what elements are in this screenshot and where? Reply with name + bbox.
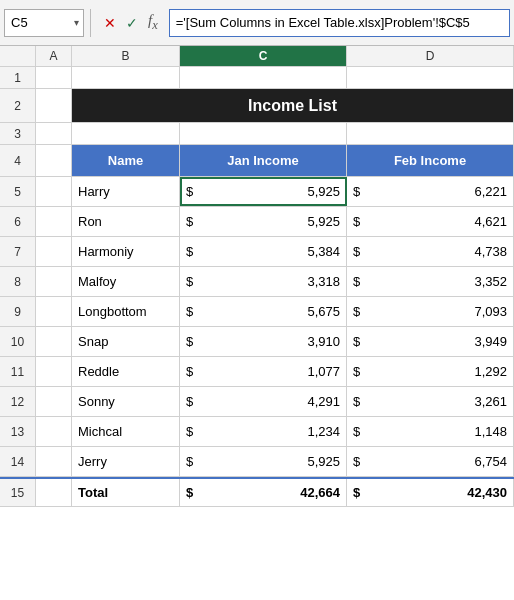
header-name-text: Name — [108, 153, 143, 168]
table-row: 12 Sonny $4,291 $3,261 — [0, 387, 514, 417]
cell-c5[interactable]: $5,925 — [180, 177, 347, 206]
cell-c6[interactable]: $5,925 — [180, 207, 347, 236]
table-row: 5 Harry $5,925 $6,221 — [0, 177, 514, 207]
cell-a8[interactable] — [36, 267, 72, 296]
cell-b7[interactable]: Harmoniy — [72, 237, 180, 266]
cell-a10[interactable] — [36, 327, 72, 356]
cell-a6[interactable] — [36, 207, 72, 236]
cell-b13[interactable]: Michcal — [72, 417, 180, 446]
col-header-a[interactable]: A — [36, 46, 72, 66]
cell-d9[interactable]: $7,093 — [347, 297, 514, 326]
header-feb-text: Feb Income — [394, 153, 466, 168]
cell-c8[interactable]: $3,318 — [180, 267, 347, 296]
cell-d1[interactable] — [347, 67, 514, 88]
cell-a7[interactable] — [36, 237, 72, 266]
header-feb-income[interactable]: Feb Income — [347, 145, 514, 176]
formula-icons-group: ✕ ✓ fx — [97, 10, 165, 35]
cell-b15-total[interactable]: Total — [72, 479, 180, 506]
row-number: 12 — [0, 387, 36, 416]
cell-b10[interactable]: Snap — [72, 327, 180, 356]
column-headers-row: A B C D — [0, 46, 514, 67]
cell-b9[interactable]: Longbottom — [72, 297, 180, 326]
table-row: 11 Reddle $1,077 $1,292 — [0, 357, 514, 387]
cell-c1[interactable] — [180, 67, 347, 88]
cell-c12[interactable]: $4,291 — [180, 387, 347, 416]
row-number: 2 — [0, 89, 36, 122]
cell-d12[interactable]: $3,261 — [347, 387, 514, 416]
cell-reference: C5 — [11, 15, 28, 30]
cell-a9[interactable] — [36, 297, 72, 326]
cell-a13[interactable] — [36, 417, 72, 446]
cell-c14[interactable]: $5,925 — [180, 447, 347, 476]
cell-a3[interactable] — [36, 123, 72, 144]
cell-c10[interactable]: $3,910 — [180, 327, 347, 356]
formula-bar: C5 ▾ ✕ ✓ fx ='[Sum Columns in Excel Tabl… — [0, 0, 514, 46]
cell-a12[interactable] — [36, 387, 72, 416]
cell-a2[interactable] — [36, 89, 72, 122]
row-number: 10 — [0, 327, 36, 356]
table-row: 2 Income List — [0, 89, 514, 123]
cell-c9[interactable]: $5,675 — [180, 297, 347, 326]
cell-c13[interactable]: $1,234 — [180, 417, 347, 446]
cell-d15-total[interactable]: $42,430 — [347, 479, 514, 506]
table-row: 8 Malfoy $3,318 $3,352 — [0, 267, 514, 297]
cell-a1[interactable] — [36, 67, 72, 88]
row-number: 11 — [0, 357, 36, 386]
cell-b1[interactable] — [72, 67, 180, 88]
cell-d3[interactable] — [347, 123, 514, 144]
name-box[interactable]: C5 ▾ — [4, 9, 84, 37]
row-number: 6 — [0, 207, 36, 236]
cell-d7[interactable]: $4,738 — [347, 237, 514, 266]
row-number: 1 — [0, 67, 36, 88]
col-header-c[interactable]: C — [180, 46, 347, 66]
title-text: Income List — [248, 97, 337, 115]
row-number: 5 — [0, 177, 36, 206]
cell-b5[interactable]: Harry — [72, 177, 180, 206]
insert-function-icon[interactable]: fx — [145, 10, 161, 35]
cell-d13[interactable]: $1,148 — [347, 417, 514, 446]
corner-header — [0, 46, 36, 66]
cell-d5[interactable]: $6,221 — [347, 177, 514, 206]
cell-a4[interactable] — [36, 145, 72, 176]
cell-c11[interactable]: $1,077 — [180, 357, 347, 386]
cell-b11[interactable]: Reddle — [72, 357, 180, 386]
row-number: 3 — [0, 123, 36, 144]
row-number: 8 — [0, 267, 36, 296]
formula-bar-divider — [90, 9, 91, 37]
spreadsheet: A B C D 1 2 Income List 3 — [0, 46, 514, 600]
table-row: 10 Snap $3,910 $3,949 — [0, 327, 514, 357]
cell-d8[interactable]: $3,352 — [347, 267, 514, 296]
cell-c15-total[interactable]: $42,664 — [180, 479, 347, 506]
cell-a11[interactable] — [36, 357, 72, 386]
cell-d6[interactable]: $4,621 — [347, 207, 514, 236]
col-header-d[interactable]: D — [347, 46, 514, 66]
header-jan-income[interactable]: Jan Income — [180, 145, 347, 176]
confirm-formula-icon[interactable]: ✓ — [123, 13, 141, 33]
cell-c7[interactable]: $5,384 — [180, 237, 347, 266]
cell-b12[interactable]: Sonny — [72, 387, 180, 416]
cell-b8[interactable]: Malfoy — [72, 267, 180, 296]
header-name[interactable]: Name — [72, 145, 180, 176]
table-row: 1 — [0, 67, 514, 89]
cell-a14[interactable] — [36, 447, 72, 476]
formula-input[interactable]: ='[Sum Columns in Excel Table.xlsx]Probl… — [169, 9, 510, 37]
table-row: 6 Ron $5,925 $4,621 — [0, 207, 514, 237]
cell-d11[interactable]: $1,292 — [347, 357, 514, 386]
table-row: 7 Harmoniy $5,384 $4,738 — [0, 237, 514, 267]
cell-d14[interactable]: $6,754 — [347, 447, 514, 476]
header-jan-text: Jan Income — [227, 153, 299, 168]
row-number: 14 — [0, 447, 36, 476]
name-box-dropdown-icon: ▾ — [74, 17, 79, 28]
cell-a15[interactable] — [36, 479, 72, 506]
col-header-b[interactable]: B — [72, 46, 180, 66]
cell-d10[interactable]: $3,949 — [347, 327, 514, 356]
cell-a5[interactable] — [36, 177, 72, 206]
table-row: 3 — [0, 123, 514, 145]
cell-b14[interactable]: Jerry — [72, 447, 180, 476]
cancel-formula-icon[interactable]: ✕ — [101, 13, 119, 33]
cell-c3[interactable] — [180, 123, 347, 144]
cell-b6[interactable]: Ron — [72, 207, 180, 236]
total-row: 15 Total $42,664 $42,430 — [0, 477, 514, 507]
income-list-title[interactable]: Income List — [72, 89, 514, 122]
cell-b3[interactable] — [72, 123, 180, 144]
